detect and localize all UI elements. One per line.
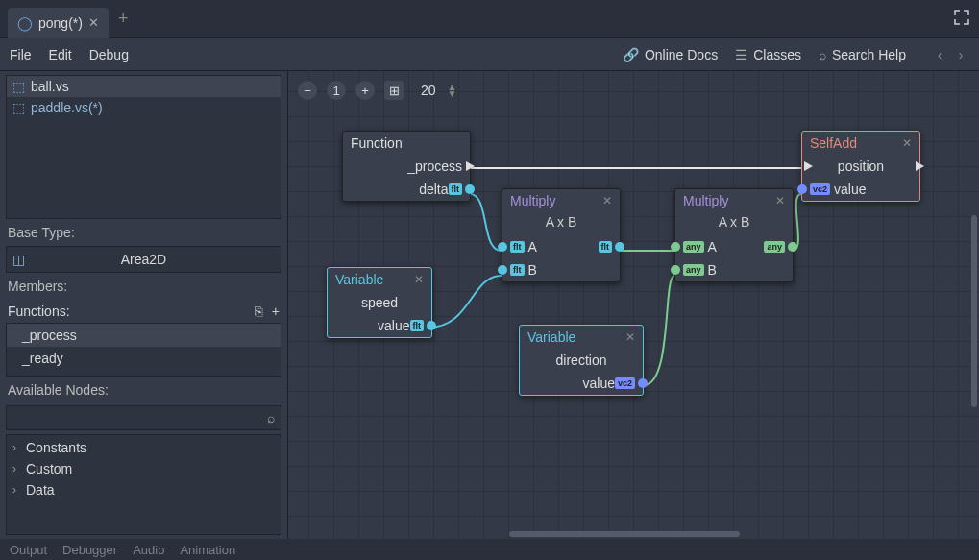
available-nodes-label: Available Nodes: [6, 377, 281, 403]
node-multiply-1[interactable]: Multiply ✕ A x B flt A flt flt B [502, 188, 621, 282]
bottom-tab-audio[interactable]: Audio [133, 543, 164, 557]
menu-classes[interactable]: ☰ Classes [735, 47, 801, 62]
node-multiply-2[interactable]: Multiply ✕ A x B any A any any B [674, 188, 794, 282]
data-out-port[interactable] [615, 242, 624, 252]
tree-item-custom[interactable]: › Custom [7, 458, 281, 479]
node-variable-direction[interactable]: Variable ✕ direction value vc2 [519, 325, 644, 396]
type-badge-any: any [683, 241, 704, 253]
chevron-right-icon: › [12, 441, 22, 454]
file-item-ball[interactable]: ⬚ ball.vs [7, 76, 281, 97]
function-item-process[interactable]: _process [7, 324, 281, 347]
close-icon[interactable]: ✕ [88, 15, 99, 30]
menu-edit[interactable]: Edit [49, 47, 72, 62]
sequence-in-port[interactable] [804, 161, 813, 171]
data-out-port[interactable] [638, 378, 648, 388]
search-help-icon: ⌕ [819, 47, 826, 62]
data-in-port-a[interactable] [671, 242, 680, 252]
menu-online-docs[interactable]: 🔗 Online Docs [623, 47, 718, 62]
script-tab[interactable]: ◯ pong(*) ✕ [8, 8, 109, 38]
zoom-in-button[interactable]: + [355, 81, 375, 100]
node-search-input[interactable] [12, 411, 267, 426]
nav-back-button[interactable]: ‹ [931, 47, 948, 62]
data-out-port[interactable] [788, 242, 797, 252]
graph-canvas[interactable]: − 1 + ⊞ 20 ▲▼ Function [288, 71, 979, 539]
functions-header: Functions: ⎘ + [6, 300, 281, 323]
tab-bar: ◯ pong(*) ✕ + [0, 0, 979, 38]
node-title: Multiply [683, 193, 728, 208]
menu-bar: File Edit Debug 🔗 Online Docs ☰ Classes … [0, 38, 979, 71]
link-icon: 🔗 [623, 47, 639, 62]
type-badge-flt: flt [510, 264, 525, 276]
sequence-out-port[interactable] [466, 161, 475, 171]
close-icon[interactable]: ✕ [775, 194, 785, 207]
horizontal-scrollbar[interactable] [509, 531, 740, 537]
nav-forward-button[interactable]: › [952, 47, 969, 62]
node-title: Multiply [510, 193, 555, 208]
add-function-button[interactable]: + [272, 304, 280, 319]
zoom-reset-button[interactable]: 1 [327, 81, 346, 100]
close-icon[interactable]: ✕ [414, 273, 424, 286]
sequence-out-port[interactable] [916, 161, 924, 171]
node-title: SelfAdd [810, 135, 857, 151]
node-search-box[interactable]: ⌕ [6, 405, 281, 430]
data-in-port-value[interactable] [797, 184, 807, 194]
node-subtitle: A x B [502, 212, 620, 235]
functions-label: Functions: [8, 304, 70, 319]
tab-add-button[interactable]: + [112, 9, 135, 29]
override-function-button[interactable]: ⎘ [255, 304, 262, 319]
snap-value[interactable]: 20 [421, 83, 436, 98]
node-variable-speed[interactable]: Variable ✕ speed value flt [327, 267, 432, 338]
type-badge-flt: flt [410, 320, 425, 331]
data-out-port[interactable] [427, 321, 436, 330]
area2d-icon: ◫ [12, 252, 25, 267]
close-icon[interactable]: ✕ [602, 194, 612, 207]
canvas-toolbar: − 1 + ⊞ 20 ▲▼ [298, 81, 456, 100]
tree-item-constants[interactable]: › Constants [7, 437, 281, 458]
node-selfadd-position[interactable]: SelfAdd ✕ position vc2 value [801, 131, 920, 202]
node-function-process[interactable]: Function _process delta flt [342, 131, 471, 202]
list-icon: ☰ [735, 47, 747, 62]
bottom-tab-output[interactable]: Output [10, 543, 47, 557]
file-label: paddle.vs(*) [31, 100, 103, 115]
file-item-paddle[interactable]: ⬚ paddle.vs(*) [7, 97, 281, 118]
script-file-list: ⬚ ball.vs ⬚ paddle.vs(*) [6, 75, 281, 219]
close-icon[interactable]: ✕ [902, 136, 912, 150]
bottom-panel-tabs: Output Debugger Audio Animation [0, 539, 979, 560]
tree-item-data[interactable]: › Data [7, 479, 281, 500]
data-in-port-a[interactable] [498, 242, 507, 252]
zoom-out-button[interactable]: − [298, 81, 317, 100]
functions-list: _process _ready [6, 323, 281, 377]
base-type-value: Area2D [121, 252, 166, 267]
menu-search-help[interactable]: ⌕ Search Help [819, 47, 906, 62]
base-type-selector[interactable]: ◫ Area2D [6, 246, 281, 273]
search-icon: ⌕ [267, 410, 275, 426]
function-item-ready[interactable]: _ready [7, 347, 281, 370]
node-title: Function [351, 135, 403, 151]
close-icon[interactable]: ✕ [625, 330, 635, 344]
node-subtitle: A x B [675, 212, 793, 235]
data-out-port[interactable] [465, 184, 475, 194]
snap-stepper[interactable]: ▲▼ [448, 84, 457, 97]
type-badge-flt: flt [599, 241, 613, 253]
distraction-free-toggle[interactable] [944, 10, 979, 28]
file-label: ball.vs [31, 79, 69, 94]
data-in-port-b[interactable] [671, 265, 680, 275]
chevron-right-icon: › [12, 483, 22, 497]
bottom-tab-debugger[interactable]: Debugger [62, 543, 117, 557]
bottom-tab-animation[interactable]: Animation [180, 543, 235, 557]
vertical-scrollbar[interactable] [971, 215, 977, 407]
type-badge-any: any [683, 264, 704, 276]
visual-script-icon: ⬚ [12, 79, 25, 94]
data-in-port-b[interactable] [498, 265, 507, 275]
type-badge-vec2: vc2 [810, 183, 830, 195]
menu-file[interactable]: File [10, 47, 32, 62]
menu-debug[interactable]: Debug [89, 47, 129, 62]
visual-script-icon: ⬚ [12, 100, 25, 115]
tab-label: pong(*) [38, 15, 83, 31]
left-panel: ⬚ ball.vs ⬚ paddle.vs(*) Base Type: ◫ Ar… [0, 71, 288, 539]
node-icon: ◯ [17, 15, 33, 31]
snap-toggle[interactable]: ⊞ [384, 81, 404, 100]
chevron-right-icon: › [12, 462, 22, 475]
variable-name: speed [361, 295, 398, 310]
base-type-label: Base Type: [6, 219, 281, 246]
